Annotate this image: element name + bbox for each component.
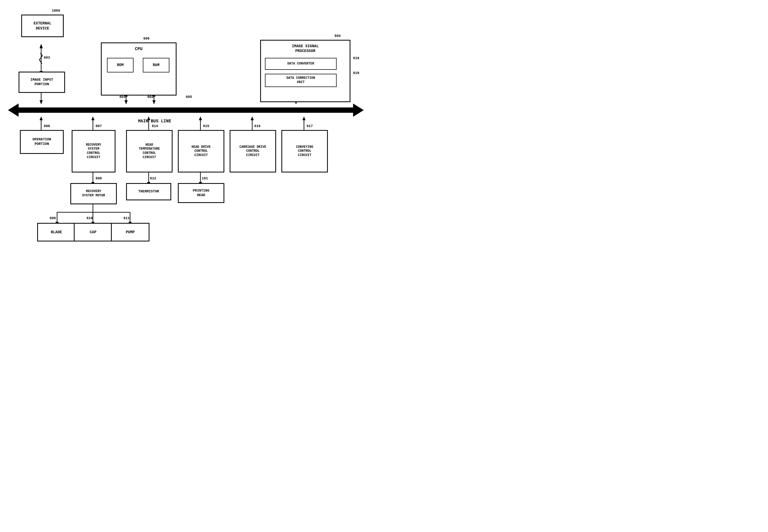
svg-marker-1 bbox=[40, 44, 43, 48]
svg-rect-47 bbox=[16, 107, 356, 113]
cpu-box: CPU ROM RAM bbox=[101, 42, 176, 96]
data-converter-box: DATA CONVERTER bbox=[265, 58, 336, 70]
label-612: 612 bbox=[150, 176, 156, 180]
label-618: 618 bbox=[353, 56, 359, 60]
label-603: 603 bbox=[44, 56, 50, 60]
label-614: 614 bbox=[152, 124, 158, 128]
recovery-system-control-box: RECOVERYSYSTEMCONTROLCIRCUIT bbox=[72, 130, 115, 172]
ram-box: RAM bbox=[143, 58, 169, 72]
external-device-box: EXTERNALDEVICE bbox=[21, 15, 64, 37]
data-correction-unit-box: DATA CORRECTIONUNIT bbox=[265, 74, 336, 87]
label-619: 619 bbox=[353, 71, 359, 75]
main-bus-label: MAIN BUS LINE bbox=[138, 119, 171, 124]
carriage-drive-control-box: CARRIAGE DRIVECONTROLCIRCUIT bbox=[230, 130, 276, 172]
label-605: 605 bbox=[186, 95, 192, 99]
svg-marker-48 bbox=[8, 103, 19, 117]
label-601: 601 bbox=[119, 95, 126, 99]
label-606: 606 bbox=[44, 124, 50, 128]
svg-marker-16 bbox=[40, 117, 43, 120]
operation-portion-box: OPERATIONPORTION bbox=[20, 130, 64, 154]
image-signal-processor-box: IMAGE SIGNALPROCESSOR DATA CONVERTER DAT… bbox=[260, 40, 350, 102]
pump-box: PUMP bbox=[111, 223, 149, 241]
head-drive-control-box: HEAD DRIVECONTROLCIRCUIT bbox=[178, 130, 224, 172]
rom-box: ROM bbox=[107, 58, 133, 72]
label-608: 608 bbox=[96, 176, 102, 180]
svg-marker-19 bbox=[91, 117, 94, 120]
label-616: 616 bbox=[254, 124, 260, 128]
cap-box: CAP bbox=[74, 223, 112, 241]
svg-marker-28 bbox=[250, 117, 254, 120]
label-610: 610 bbox=[87, 216, 93, 220]
label-1000: 1000 bbox=[52, 9, 60, 13]
label-611: 611 bbox=[123, 216, 129, 220]
printing-head-box: PRINTINGHEAD bbox=[178, 183, 224, 203]
label-604: 604 bbox=[334, 34, 340, 38]
thermistor-box: THERMISTOR bbox=[126, 183, 171, 200]
label-609: 609 bbox=[50, 216, 56, 220]
label-607: 607 bbox=[96, 124, 102, 128]
label-600: 600 bbox=[143, 37, 149, 41]
main-bus-container bbox=[8, 103, 364, 117]
diagram: MAIN BUS LINE 1000 EXTERNALDEVICE 603 IM… bbox=[0, 0, 371, 257]
main-bus-arrow bbox=[8, 103, 364, 117]
head-temperature-control-box: HEADTEMPERATURECONTROLCIRCUIT bbox=[126, 130, 172, 172]
label-101: 101 bbox=[202, 176, 208, 180]
label-602: 602 bbox=[147, 95, 153, 99]
svg-marker-49 bbox=[353, 103, 364, 117]
blade-box: BLADE bbox=[37, 223, 76, 241]
svg-marker-25 bbox=[199, 117, 202, 120]
label-617: 617 bbox=[306, 124, 313, 128]
label-615: 615 bbox=[203, 124, 209, 128]
svg-marker-31 bbox=[302, 117, 305, 120]
conveying-control-box: CONVEYINGCONTROLCIRCUIT bbox=[281, 130, 328, 172]
recovery-system-motor-box: RECOVERYSYSTEM MOTOR bbox=[70, 183, 117, 204]
image-input-portion-box: IMAGE INPUTPORTION bbox=[19, 72, 65, 93]
